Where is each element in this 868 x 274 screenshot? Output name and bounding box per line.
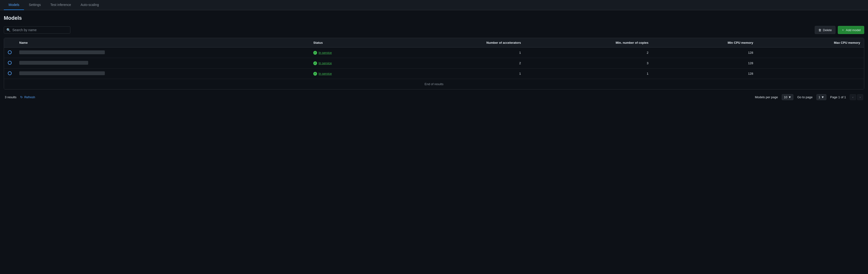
status-label-3[interactable]: In service (318, 72, 332, 75)
row-select-1[interactable] (4, 48, 16, 58)
row-max-cpu-2 (757, 58, 864, 68)
table-body: ✓ In service 1 2 128 (4, 48, 864, 79)
name-placeholder-2 (19, 61, 88, 65)
radio-button-2[interactable] (8, 61, 12, 65)
tabs-bar: Models Settings Test inference Auto-scal… (0, 0, 868, 10)
tab-settings[interactable]: Settings (24, 0, 45, 10)
row-accelerators-3: 1 (392, 68, 525, 79)
status-icon-2: ✓ (313, 61, 317, 65)
pagination-nav: ‹ › (850, 94, 863, 100)
row-status-1[interactable]: ✓ In service (309, 48, 392, 58)
delete-button[interactable]: 🗑 Delete (815, 26, 835, 34)
plus-icon: ＋ (841, 28, 844, 32)
row-min-copies-2: 3 (525, 58, 652, 68)
tab-models[interactable]: Models (4, 0, 24, 10)
table-row: ✓ In service 2 3 128 (4, 58, 864, 68)
row-name-2 (16, 58, 309, 68)
toolbar: 🔍 🗑 Delete ＋ Add model (4, 26, 864, 34)
refresh-label: Refresh (24, 95, 35, 99)
row-accelerators-1: 1 (392, 48, 525, 58)
per-page-dropdown-arrow: ▼ (788, 95, 792, 99)
table-container: Name Status Number of accelerators Min. … (4, 38, 864, 89)
row-max-cpu-3 (757, 68, 864, 79)
search-input[interactable] (12, 28, 68, 32)
row-name-1 (16, 48, 309, 58)
footer-left: 3 results ↻ Refresh (5, 95, 35, 99)
name-placeholder-1 (19, 51, 105, 54)
row-max-cpu-1 (757, 48, 864, 58)
row-min-copies-3: 1 (525, 68, 652, 79)
footer-right: Models per page 10 ▼ Go to page 1 ▼ Page… (755, 94, 863, 100)
page-title: Models (4, 15, 864, 21)
status-icon-3: ✓ (313, 72, 317, 75)
tab-auto-scaling[interactable]: Auto-scaling (76, 0, 104, 10)
col-select (4, 38, 16, 48)
status-icon-1: ✓ (313, 51, 317, 55)
col-name: Name (16, 38, 309, 48)
refresh-icon: ↻ (20, 95, 23, 99)
end-of-results: End of results (4, 79, 864, 89)
status-label-1[interactable]: In service (318, 51, 332, 55)
name-placeholder-3 (19, 71, 105, 75)
go-to-page-value: 1 (818, 95, 820, 99)
col-accelerators: Number of accelerators (392, 38, 525, 48)
row-status-2[interactable]: ✓ In service (309, 58, 392, 68)
table-footer: 3 results ↻ Refresh Models per page 10 ▼… (4, 91, 864, 103)
row-select-3[interactable] (4, 68, 16, 79)
row-accelerators-2: 2 (392, 58, 525, 68)
models-table: Name Status Number of accelerators Min. … (4, 38, 864, 79)
results-count: 3 results (5, 95, 17, 99)
page-content: Models 🔍 🗑 Delete ＋ Add model Name S (0, 10, 868, 108)
row-min-cpu-3: 128 (652, 68, 757, 79)
per-page-value: 10 (784, 95, 787, 99)
search-container: 🔍 (4, 26, 70, 34)
trash-icon: 🗑 (818, 28, 822, 32)
prev-page-button[interactable]: ‹ (850, 94, 856, 100)
add-model-label: Add model (846, 28, 861, 32)
toolbar-actions: 🗑 Delete ＋ Add model (815, 26, 864, 34)
per-page-label: Models per page (755, 95, 778, 99)
go-to-page-label: Go to page (797, 95, 812, 99)
table-header: Name Status Number of accelerators Min. … (4, 38, 864, 48)
row-min-cpu-1: 128 (652, 48, 757, 58)
col-min-copies: Min. number of copies (525, 38, 652, 48)
tab-test-inference[interactable]: Test inference (45, 0, 76, 10)
col-min-cpu: Min CPU memory (652, 38, 757, 48)
next-page-button[interactable]: › (857, 94, 863, 100)
refresh-button[interactable]: ↻ Refresh (20, 95, 35, 99)
search-icon: 🔍 (6, 28, 10, 32)
row-min-cpu-2: 128 (652, 58, 757, 68)
radio-button-1[interactable] (8, 51, 12, 54)
table-row: ✓ In service 1 2 128 (4, 48, 864, 58)
go-to-page-dropdown-arrow: ▼ (821, 95, 824, 99)
row-select-2[interactable] (4, 58, 16, 68)
col-max-cpu: Max CPU memory (757, 38, 864, 48)
row-status-3[interactable]: ✓ In service (309, 68, 392, 79)
add-model-button[interactable]: ＋ Add model (838, 26, 864, 34)
status-label-2[interactable]: In service (318, 61, 332, 65)
go-to-page-select[interactable]: 1 ▼ (816, 94, 827, 100)
table-row: ✓ In service 1 1 128 (4, 68, 864, 79)
row-name-3 (16, 68, 309, 79)
radio-button-3[interactable] (8, 71, 12, 75)
row-min-copies-1: 2 (525, 48, 652, 58)
page-info: Page 1 of 1 (830, 95, 846, 99)
col-status: Status (309, 38, 392, 48)
per-page-select[interactable]: 10 ▼ (782, 94, 794, 100)
delete-label: Delete (823, 28, 832, 32)
